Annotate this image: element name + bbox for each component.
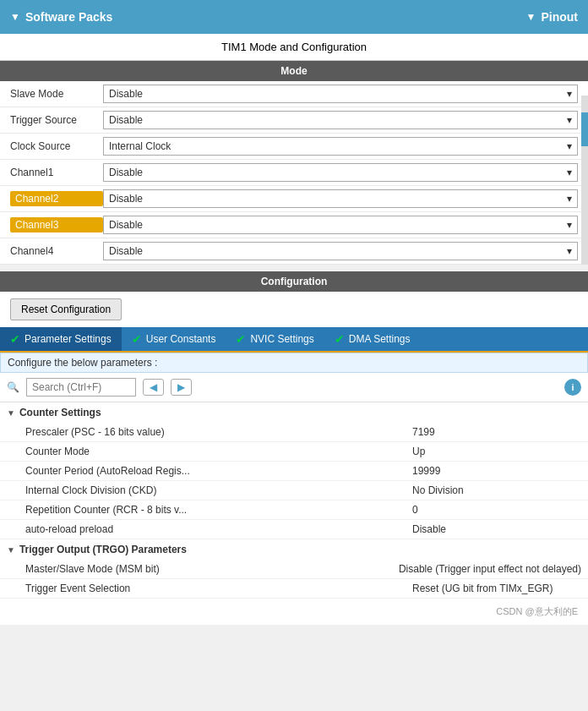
software-packs-menu[interactable]: ▼ Software Packs	[10, 10, 112, 24]
mode-header: Mode	[0, 61, 588, 81]
tab-check-icon: ✔	[132, 332, 142, 346]
param-name: auto-reload preload	[25, 523, 412, 535]
select-arrow-icon: ▾	[567, 245, 572, 257]
param-name: Internal Clock Division (CKD)	[25, 484, 412, 496]
software-packs-chevron: ▼	[10, 11, 20, 23]
select-arrow-icon: ▾	[567, 219, 572, 231]
group-name: Trigger Output (TRGO) Parameters	[19, 544, 187, 555]
mode-field-row: Channel3Disable▾	[0, 212, 588, 238]
params-container: ▼Counter SettingsPrescaler (PSC - 16 bit…	[0, 402, 588, 599]
group-header-1[interactable]: ▼Trigger Output (TRGO) Parameters	[0, 539, 588, 560]
group-chevron-icon: ▼	[7, 408, 15, 418]
tab-nvic-settings[interactable]: ✔NVIC Settings	[226, 327, 324, 351]
param-row: Trigger Event SelectionReset (UG bit fro…	[0, 579, 588, 599]
reset-configuration-button[interactable]: Reset Configuration	[10, 298, 122, 320]
param-value: 19999	[412, 465, 581, 477]
field-select-3[interactable]: Disable▾	[103, 163, 578, 182]
field-select-4[interactable]: Disable▾	[103, 189, 578, 208]
param-value: 0	[412, 504, 581, 516]
pinout-chevron: ▼	[526, 11, 536, 23]
group-name: Counter Settings	[19, 407, 101, 418]
reset-btn-row: Reset Configuration	[0, 292, 588, 327]
tab-user-constants[interactable]: ✔User Constants	[122, 327, 226, 351]
param-value: Disable	[412, 523, 581, 535]
select-arrow-icon: ▾	[567, 167, 572, 178]
param-row: Prescaler (PSC - 16 bits value)7199	[0, 423, 588, 442]
tab-label: User Constants	[146, 333, 216, 345]
tab-label: Parameter Settings	[24, 333, 112, 345]
mode-field-row: Slave ModeDisable▾	[0, 81, 588, 107]
select-arrow-icon: ▾	[567, 140, 572, 152]
tab-parameter-settings[interactable]: ✔Parameter Settings	[0, 327, 122, 351]
mode-section: Mode Slave ModeDisable▾Trigger SourceDis…	[0, 61, 588, 265]
mode-field-row: Channel1Disable▾	[0, 160, 588, 186]
tab-label: DMA Settings	[349, 333, 411, 345]
group-chevron-icon: ▼	[7, 545, 15, 555]
search-icon: 🔍	[7, 381, 19, 393]
footer-text: CSDN @意大利的E	[496, 606, 578, 616]
param-row: Counter Period (AutoReload Regis...19999	[0, 462, 588, 481]
select-arrow-icon: ▾	[567, 193, 572, 205]
field-label-4: Channel2	[10, 191, 103, 206]
info-button[interactable]: i	[564, 379, 581, 396]
param-name: Counter Mode	[25, 446, 412, 457]
param-value: Disable (Trigger input effect not delaye…	[399, 563, 581, 575]
field-label-6: Channel4	[10, 245, 103, 257]
param-name: Master/Slave Mode (MSM bit)	[25, 563, 399, 575]
field-select-0[interactable]: Disable▾	[103, 85, 578, 103]
param-name: Trigger Event Selection	[25, 582, 412, 594]
param-row: Master/Slave Mode (MSM bit)Disable (Trig…	[0, 560, 588, 579]
tab-check-icon: ✔	[236, 332, 246, 346]
field-label-5: Channel3	[10, 217, 103, 232]
footer: CSDN @意大利的E	[0, 599, 588, 625]
pinout-label: Pinout	[541, 10, 578, 24]
param-name: Repetition Counter (RCR - 8 bits v...	[25, 504, 412, 516]
field-label-0: Slave Mode	[10, 88, 103, 100]
field-label-2: Clock Source	[10, 140, 103, 152]
param-value: 7199	[412, 426, 581, 438]
mode-field-row: Channel4Disable▾	[0, 238, 588, 265]
search-input[interactable]	[26, 378, 136, 397]
param-value: No Division	[412, 484, 581, 496]
field-select-1[interactable]: Disable▾	[103, 111, 578, 129]
select-arrow-icon: ▾	[567, 88, 572, 100]
tab-check-icon: ✔	[335, 332, 345, 346]
param-row: Internal Clock Division (CKD)No Division	[0, 481, 588, 500]
group-header-0[interactable]: ▼Counter Settings	[0, 402, 588, 423]
param-name: Prescaler (PSC - 16 bits value)	[25, 426, 412, 438]
software-packs-label: Software Packs	[25, 10, 113, 24]
config-header: Configuration	[0, 271, 588, 292]
tab-check-icon: ✔	[10, 332, 20, 346]
param-row: auto-reload preloadDisable	[0, 520, 588, 539]
mode-field-row: Clock SourceInternal Clock▾	[0, 134, 588, 160]
param-row: Repetition Counter (RCR - 8 bits v...0	[0, 500, 588, 520]
prev-nav-button[interactable]: ◀	[143, 379, 164, 396]
next-nav-button[interactable]: ▶	[171, 379, 192, 396]
top-bar: ▼ Software Packs ▼ Pinout	[0, 0, 588, 34]
field-select-2[interactable]: Internal Clock▾	[103, 137, 578, 156]
field-select-6[interactable]: Disable▾	[103, 242, 578, 260]
param-row: Counter ModeUp	[0, 442, 588, 462]
select-arrow-icon: ▾	[567, 114, 572, 126]
param-name: Counter Period (AutoReload Regis...	[25, 465, 412, 477]
search-row: 🔍 ◀ ▶ i	[0, 373, 588, 402]
tab-bar: ✔Parameter Settings✔User Constants✔NVIC …	[0, 327, 588, 353]
field-label-1: Trigger Source	[10, 114, 103, 126]
param-value: Up	[412, 446, 581, 457]
tab-label: NVIC Settings	[250, 333, 313, 345]
page-title: TIM1 Mode and Configuration	[0, 34, 588, 61]
field-select-5[interactable]: Disable▾	[103, 216, 578, 234]
config-section: Configuration Reset Configuration ✔Param…	[0, 271, 588, 599]
mode-fields: Slave ModeDisable▾Trigger SourceDisable▾…	[0, 81, 588, 265]
param-value: Reset (UG bit from TIMx_EGR)	[412, 582, 581, 594]
configure-text: Configure the below parameters :	[0, 353, 588, 373]
field-label-3: Channel1	[10, 167, 103, 178]
mode-field-row: Trigger SourceDisable▾	[0, 107, 588, 134]
mode-field-row: Channel2Disable▾	[0, 186, 588, 212]
tab-dma-settings[interactable]: ✔DMA Settings	[324, 327, 421, 351]
pinout-menu[interactable]: ▼ Pinout	[526, 10, 578, 24]
